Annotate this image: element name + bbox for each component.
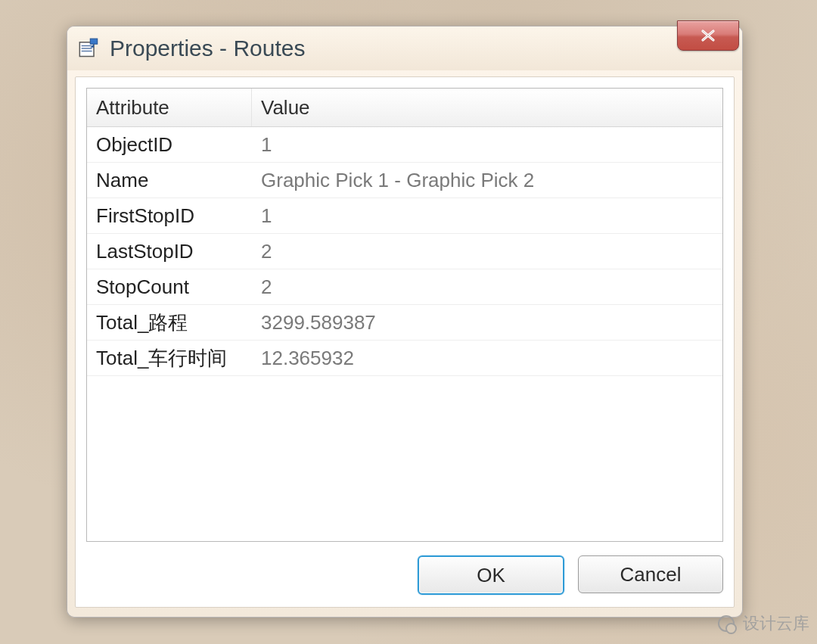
cell-value: Graphic Pick 1 - Graphic Pick 2	[252, 163, 722, 198]
table-row[interactable]: Total_车行时间 12.365932	[87, 341, 722, 376]
table-header: Attribute Value	[87, 89, 722, 127]
cell-value: 12.365932	[252, 341, 722, 375]
properties-table: Attribute Value ObjectID 1 Name Graphic …	[86, 88, 723, 542]
cell-attribute: FirstStopID	[87, 198, 252, 233]
cell-value: 3299.589387	[252, 305, 722, 340]
window-title: Properties - Routes	[110, 36, 305, 61]
table-row[interactable]: Total_路程 3299.589387	[87, 305, 722, 341]
table-body: ObjectID 1 Name Graphic Pick 1 - Graphic…	[87, 127, 722, 541]
ok-button[interactable]: OK	[418, 555, 564, 595]
cell-attribute: LastStopID	[87, 234, 252, 269]
cell-attribute: Total_车行时间	[87, 341, 252, 375]
cancel-button[interactable]: Cancel	[578, 555, 723, 593]
properties-icon	[78, 38, 99, 59]
close-button[interactable]	[677, 20, 739, 51]
titlebar[interactable]: Properties - Routes	[67, 26, 742, 70]
cell-value: 1	[252, 198, 722, 233]
table-row[interactable]: Name Graphic Pick 1 - Graphic Pick 2	[87, 163, 722, 198]
cell-attribute: Total_路程	[87, 305, 252, 340]
watermark-text: 设计云库	[743, 612, 809, 635]
properties-dialog: Properties - Routes Attribute Value Obje…	[67, 26, 743, 618]
table-row[interactable]: StopCount 2	[87, 269, 722, 305]
cell-attribute: Name	[87, 163, 252, 198]
cell-attribute: ObjectID	[87, 127, 252, 162]
table-row[interactable]: ObjectID 1	[87, 127, 722, 163]
dialog-buttons: OK Cancel	[86, 542, 723, 595]
close-icon	[698, 29, 718, 42]
client-area: Attribute Value ObjectID 1 Name Graphic …	[75, 76, 735, 608]
table-row[interactable]: FirstStopID 1	[87, 198, 722, 234]
header-value[interactable]: Value	[252, 89, 722, 126]
table-row[interactable]: LastStopID 2	[87, 234, 722, 269]
table-filler	[87, 376, 722, 541]
svg-rect-4	[90, 39, 97, 44]
cell-value: 1	[252, 127, 722, 162]
cell-value: 2	[252, 269, 722, 304]
header-attribute[interactable]: Attribute	[87, 89, 252, 126]
cell-attribute: StopCount	[87, 269, 252, 304]
cell-value: 2	[252, 234, 722, 269]
